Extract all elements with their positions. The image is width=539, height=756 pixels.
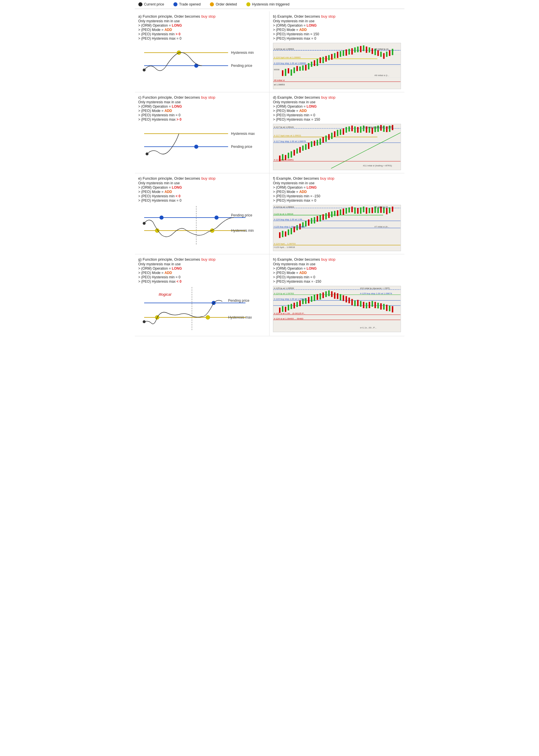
diagram-c: Hysteresis max Pending price xyxy=(138,125,266,160)
legend-hyst-triggered: Hysteresis min triggered xyxy=(246,2,289,6)
svg-rect-15 xyxy=(282,70,283,76)
section-b: b) Example, Order becomes buy stop Only … xyxy=(270,11,404,92)
diagram-a: Hysteresis min Pending price xyxy=(138,44,266,79)
svg-point-66 xyxy=(194,145,198,149)
svg-rect-44 xyxy=(366,46,367,53)
svg-text:#-124 tp at 1.09783: #-124 tp at 1.09783 xyxy=(274,292,294,295)
diagram-c-svg: Hysteresis max Pending price xyxy=(138,125,248,158)
svg-rect-138 xyxy=(285,232,286,237)
section-c-subtitle: Only mysteresis max in use xyxy=(138,100,266,104)
svg-rect-28 xyxy=(320,57,321,63)
section-c: c) Function principle, Order becomes buy… xyxy=(135,92,270,173)
section-g-line1: > (ORM) Operation = LONG xyxy=(138,266,266,270)
svg-point-123 xyxy=(160,216,164,220)
section-b-title-row: b) Example, Order becomes buy stop xyxy=(273,14,401,19)
diagram-g: Illogical Pending price Hysteresis max xyxy=(138,287,266,332)
svg-rect-88 xyxy=(320,138,321,145)
svg-rect-168 xyxy=(372,207,373,213)
svg-rect-97 xyxy=(346,127,347,133)
svg-rect-228 xyxy=(357,300,359,306)
svg-rect-212 xyxy=(311,296,312,302)
svg-text:#-124 sl at 1.09493 ... 00483: #-124 sl at 1.09493 ... 00483 xyxy=(274,317,303,320)
svg-rect-92 xyxy=(331,133,333,139)
section-d-subtitle: Only mysteresis max in use xyxy=(273,100,401,104)
svg-rect-150 xyxy=(320,215,321,222)
section-f-prefix: f) Example, Order becomes xyxy=(273,176,319,180)
svg-rect-17 xyxy=(288,68,289,74)
svg-rect-42 xyxy=(360,46,361,52)
svg-rect-37 xyxy=(346,49,347,56)
svg-point-5 xyxy=(194,64,198,68)
section-a-prefix: a) Function principle, Order becomes xyxy=(138,14,200,19)
svg-rect-237 xyxy=(383,304,385,309)
svg-rect-173 xyxy=(386,208,388,214)
section-c-line2: > (PEO) Mode = ADD xyxy=(138,109,266,113)
svg-rect-50 xyxy=(383,53,385,59)
svg-text:#-124 tp at 1.09003: #-124 tp at 1.09003 xyxy=(274,206,294,208)
section-f-line4: > (PEO) Hysteresis max = 0 xyxy=(273,198,401,203)
svg-rect-102 xyxy=(360,126,361,133)
svg-text:Pending price: Pending price xyxy=(231,64,253,68)
section-g-title-row: g) Function principle, Order becomes buy… xyxy=(138,257,266,261)
svg-rect-45 xyxy=(369,47,370,53)
svg-rect-25 xyxy=(311,62,312,67)
svg-rect-147 xyxy=(311,218,312,224)
svg-rect-23 xyxy=(305,65,307,71)
svg-rect-149 xyxy=(317,216,318,222)
svg-rect-21 xyxy=(299,67,301,71)
section-e-prefix: e) Function principle, Order becomes xyxy=(138,176,200,180)
chart-d: #-117 tp at 1.09141 #-117 hyst max at 1.… xyxy=(273,124,401,170)
svg-rect-27 xyxy=(317,59,318,66)
svg-text:#-124 buy stop 1.00 at 1.08868: #-124 buy stop 1.00 at 1.08868 xyxy=(274,62,306,64)
svg-text:#-117 sl at 1.08851: #-117 sl at 1.08851 xyxy=(274,159,294,161)
chart-f: #-124 tp at 1.09003 #7 inital tp (d... f… xyxy=(273,205,401,251)
svg-text:Hysteresis min: Hysteresis min xyxy=(231,229,254,233)
svg-rect-86 xyxy=(314,141,315,146)
svg-rect-160 xyxy=(348,207,350,213)
legend-current-price: Current price xyxy=(138,2,164,6)
svg-text:#8 initial si (t...: #8 initial si (t... xyxy=(375,74,389,77)
svg-rect-206 xyxy=(293,303,295,309)
svg-rect-219 xyxy=(331,291,333,297)
section-c-highlight: buy stop xyxy=(201,95,215,100)
svg-text:#-124 buy stop 1.00 at 1.08...: #-124 buy stop 1.00 at 1.08... xyxy=(274,218,304,221)
svg-rect-204 xyxy=(288,305,289,310)
svg-text:at 1.08653: at 1.08653 xyxy=(274,83,285,86)
svg-rect-155 xyxy=(334,211,336,216)
section-e-title-row: e) Function principle, Order becomes buy… xyxy=(138,176,266,180)
svg-rect-218 xyxy=(328,291,330,296)
svg-rect-49 xyxy=(380,52,382,57)
svg-rect-18 xyxy=(291,69,292,76)
diagram-a-svg: Hysteresis min Pending price xyxy=(138,44,248,77)
svg-rect-238 xyxy=(386,305,388,311)
svg-text:Hysteresis min: Hysteresis min xyxy=(231,51,254,55)
section-f-subtitle: Only mysteresis min in use xyxy=(273,181,401,185)
section-h-title-row: h) Example, Order becomes buy stop xyxy=(273,257,401,261)
svg-text:s=1.1x...00...P...: s=1.1x...00...P... xyxy=(360,326,377,329)
svg-rect-100 xyxy=(354,126,356,133)
svg-text:Hysteresis max: Hysteresis max xyxy=(231,132,255,136)
section-c-title-row: c) Function principle, Order becomes buy… xyxy=(138,95,266,100)
svg-text:#-117 buy stop 1.00 at 1.08976: #-117 buy stop 1.00 at 1.08976 xyxy=(274,140,306,143)
svg-rect-91 xyxy=(328,134,330,140)
svg-rect-51 xyxy=(386,52,388,57)
svg-rect-106 xyxy=(372,128,373,134)
svg-point-6 xyxy=(143,69,146,71)
svg-text:#11 inital sl (trailing = ATRS: #11 inital sl (trailing = ATRS) xyxy=(363,164,392,167)
section-a-line2: > (PEO) Mode = ADD xyxy=(138,28,266,32)
svg-rect-208 xyxy=(299,300,301,306)
section-e-line2: > (PEO) Mode = ADD xyxy=(138,190,266,194)
svg-point-124 xyxy=(214,216,218,220)
svg-rect-211 xyxy=(308,297,309,304)
svg-rect-24 xyxy=(308,63,309,69)
svg-point-193 xyxy=(143,320,146,323)
svg-rect-207 xyxy=(296,302,298,307)
svg-rect-99 xyxy=(351,126,353,131)
section-f-title-row: f) Example, Order becomes buy stop xyxy=(273,176,401,180)
svg-rect-226 xyxy=(351,299,353,305)
svg-rect-96 xyxy=(343,128,344,135)
svg-rect-234 xyxy=(375,302,376,308)
section-h-line1: > (ORM) Operation = LONG xyxy=(273,266,401,270)
diagram-e-svg: Pending price Hysteresis min xyxy=(138,206,248,245)
svg-text:f-123 buy stop 1.00 at 1.08653: f-123 buy stop 1.00 at 1.08653 xyxy=(274,225,305,228)
